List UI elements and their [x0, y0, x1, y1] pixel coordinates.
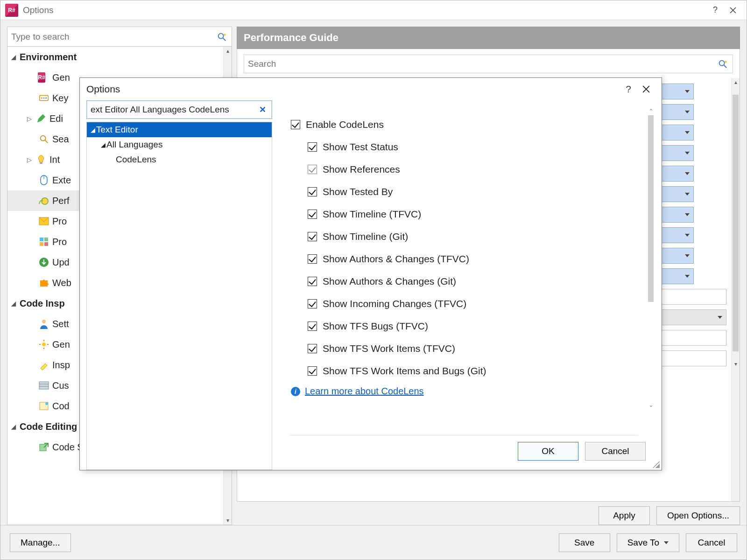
checkbox-icon — [308, 344, 317, 353]
nav-item-label: Gen — [52, 339, 70, 350]
svg-point-29 — [719, 61, 725, 66]
nav-item-label: Insp — [52, 360, 70, 371]
checkbox-label: Show Timeline (TFVC) — [323, 209, 421, 220]
checkbox-icon — [308, 210, 317, 219]
value-input[interactable] — [652, 289, 726, 305]
codelens-option-checkbox[interactable]: Show TFS Bugs (TFVC) — [291, 315, 636, 337]
search-icon[interactable] — [717, 58, 729, 70]
codelens-option-checkbox[interactable]: Show Authors & Changes (TFVC) — [291, 248, 636, 270]
inner-help-button[interactable]: ? — [620, 80, 637, 98]
nav-section-environment[interactable]: ◢Environment — [7, 47, 232, 67]
manage-button[interactable]: Manage... — [10, 533, 71, 552]
main-search-input[interactable] — [11, 32, 216, 42]
main-cancel-button[interactable]: Cancel — [686, 533, 737, 552]
pencil-icon — [35, 113, 47, 124]
perf-scrollbar[interactable]: ▴ ▾ — [731, 78, 740, 501]
inner-close-button[interactable] — [637, 80, 655, 98]
codelens-option-checkbox[interactable]: Show Test Status — [291, 136, 636, 158]
value-input[interactable] — [652, 330, 726, 346]
chevron-down-icon — [685, 275, 690, 278]
nav-item-label: Exte — [52, 175, 71, 186]
tree-label: CodeLens — [116, 154, 156, 165]
pattern-icon — [38, 380, 49, 391]
svg-point-3 — [41, 98, 42, 99]
scroll-up-icon[interactable]: ▴ — [224, 47, 232, 55]
checkbox-icon — [308, 254, 317, 264]
open-options-button[interactable]: Open Options... — [656, 506, 740, 525]
tree-label: Text Editor — [96, 125, 138, 135]
rs-icon — [38, 72, 49, 83]
codelens-option-checkbox[interactable]: Show References — [291, 158, 636, 181]
perf-search-input[interactable] — [248, 59, 717, 69]
codelens-option-checkbox[interactable]: Show TFS Work Items and Bugs (Git) — [291, 360, 636, 382]
scroll-up-icon[interactable]: ⌃ — [647, 107, 655, 115]
svg-rect-28 — [40, 444, 46, 451]
main-search-row — [7, 27, 232, 47]
codelens-option-checkbox[interactable]: Show Timeline (TFVC) — [291, 203, 636, 225]
enable-codelens-checkbox[interactable]: Enable CodeLens — [291, 113, 636, 136]
svg-point-5 — [45, 98, 47, 99]
nav-item-label: Gen — [52, 72, 70, 83]
keys-icon — [38, 92, 49, 104]
codelens-option-checkbox[interactable]: Show Timeline (Git) — [291, 225, 636, 248]
scroll-thumb[interactable] — [648, 115, 654, 302]
puzzle-icon — [38, 277, 49, 288]
scroll-up-icon[interactable]: ▴ — [732, 78, 740, 86]
learn-more-link[interactable]: Learn more about CodeLens — [305, 386, 424, 397]
main-help-button[interactable]: ? — [706, 1, 724, 19]
apply-button[interactable]: Apply — [599, 506, 650, 525]
save-button[interactable]: Save — [559, 533, 610, 552]
scroll-down-icon[interactable]: ▾ — [732, 360, 740, 368]
chevron-down-icon — [685, 213, 690, 216]
inner-cancel-button[interactable]: Cancel — [585, 442, 646, 461]
person-icon — [38, 318, 49, 329]
download-icon — [38, 257, 49, 268]
inner-filter-box[interactable]: ext Editor All Languages CodeLens ✕ — [86, 100, 272, 119]
mouse-icon — [38, 175, 49, 186]
search-icon[interactable] — [216, 31, 228, 43]
resharper-icon — [5, 4, 18, 17]
svg-rect-13 — [44, 238, 48, 241]
ok-button[interactable]: OK — [518, 442, 578, 461]
expand-glyph-icon: ◢ — [90, 126, 96, 133]
main-titlebar: Options ? — [0, 0, 747, 20]
codelens-option-checkbox[interactable]: Show TFS Work Items (TFVC) — [291, 337, 636, 360]
expand-glyph-icon: ◢ — [10, 423, 17, 430]
nav-item-label: Int — [49, 154, 60, 165]
mail-icon — [38, 216, 49, 227]
main-close-button[interactable] — [724, 1, 742, 19]
inner-scrollbar[interactable]: ⌃ ⌄ — [647, 107, 655, 409]
tree-item-all-languages[interactable]: ◢ All Languages — [87, 137, 272, 152]
nav-section-label: Code Editing — [20, 421, 77, 432]
clear-filter-button[interactable]: ✕ — [257, 105, 268, 115]
chevron-down-icon — [685, 111, 690, 113]
resize-grip-icon[interactable] — [653, 462, 660, 468]
svg-point-18 — [42, 343, 46, 346]
chevron-down-icon — [664, 541, 669, 544]
scroll-down-icon[interactable]: ⌄ — [647, 400, 655, 409]
codelens-option-checkbox[interactable]: Show Tested By — [291, 181, 636, 203]
svg-point-1 — [224, 34, 226, 36]
checkbox-icon — [308, 142, 317, 152]
scroll-thumb[interactable] — [733, 95, 739, 351]
tree-item-codelens[interactable]: CodeLens — [87, 152, 272, 167]
chevron-down-icon — [718, 316, 722, 319]
codelens-option-checkbox[interactable]: Show Incoming Changes (TFVC) — [291, 293, 636, 315]
inner-options-dialog: Options ? ext Editor All Languages CodeL… — [79, 77, 662, 470]
chevron-down-icon — [685, 254, 690, 257]
checkbox-icon — [308, 322, 317, 331]
nav-item-label: Edi — [49, 113, 63, 124]
expand-glyph-icon: ◢ — [10, 54, 17, 61]
scroll-down-icon[interactable]: ▾ — [224, 516, 232, 525]
checkbox-label: Show Test Status — [323, 141, 398, 153]
share-icon — [38, 441, 49, 453]
bulb-icon — [35, 154, 47, 165]
save-to-button[interactable]: Save To — [617, 533, 679, 552]
tree-item-text-editor[interactable]: ◢ Text Editor — [87, 122, 272, 137]
nav-item-label: Pro — [52, 216, 67, 227]
value-input[interactable] — [652, 350, 726, 366]
checkbox-label: Show Authors & Changes (TFVC) — [323, 253, 469, 265]
value-dropdown[interactable] — [652, 309, 726, 325]
inner-nav-tree[interactable]: ◢ Text Editor ◢ All Languages CodeLens — [86, 122, 272, 470]
codelens-option-checkbox[interactable]: Show Authors & Changes (Git) — [291, 270, 636, 293]
